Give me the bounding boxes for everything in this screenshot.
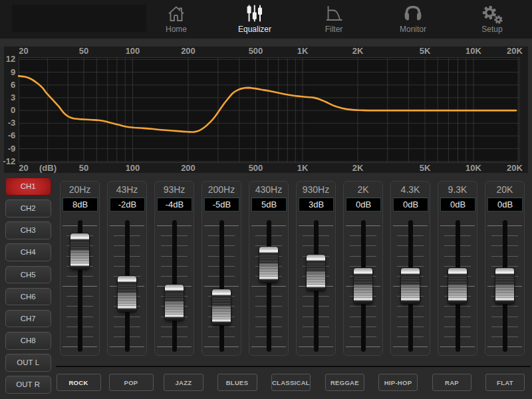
svg-text:5K: 5K xyxy=(420,163,431,173)
svg-text:1K: 1K xyxy=(297,46,309,56)
svg-text:-9: -9 xyxy=(8,144,16,154)
svg-text:20: 20 xyxy=(19,163,28,173)
svg-text:100: 100 xyxy=(126,46,140,56)
svg-text:-3: -3 xyxy=(8,118,16,128)
svg-text:-12: -12 xyxy=(3,156,16,166)
svg-text:500: 500 xyxy=(249,46,263,56)
svg-text:200: 200 xyxy=(181,163,196,173)
svg-text:6: 6 xyxy=(11,80,15,90)
svg-text:100: 100 xyxy=(126,163,140,173)
svg-text:(dB): (dB) xyxy=(39,163,57,173)
svg-text:9: 9 xyxy=(11,67,15,77)
svg-text:-6: -6 xyxy=(8,130,16,140)
svg-text:3: 3 xyxy=(11,92,15,102)
svg-text:2K: 2K xyxy=(352,163,364,173)
svg-text:500: 500 xyxy=(249,163,263,173)
svg-text:20: 20 xyxy=(19,46,28,56)
svg-text:10K: 10K xyxy=(466,46,481,56)
svg-text:50: 50 xyxy=(79,46,88,56)
svg-text:2K: 2K xyxy=(352,46,364,56)
svg-text:50: 50 xyxy=(79,163,88,173)
svg-text:1K: 1K xyxy=(297,163,309,173)
svg-text:10K: 10K xyxy=(466,163,481,173)
svg-text:0: 0 xyxy=(11,105,15,115)
svg-text:200: 200 xyxy=(181,46,196,56)
svg-text:20K: 20K xyxy=(507,163,523,173)
svg-text:12: 12 xyxy=(6,54,15,64)
svg-text:5K: 5K xyxy=(420,46,431,56)
svg-text:20K: 20K xyxy=(507,46,523,56)
